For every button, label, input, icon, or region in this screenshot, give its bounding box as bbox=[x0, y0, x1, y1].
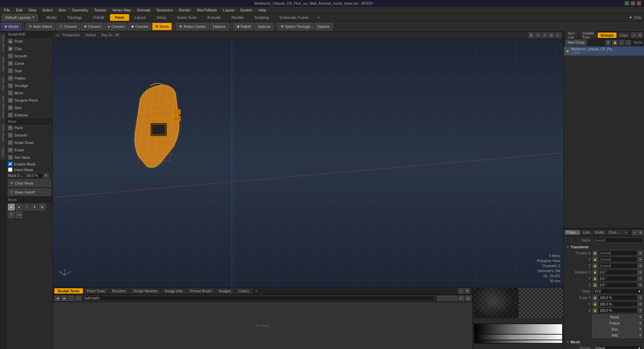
thumb-gradient[interactable] bbox=[474, 323, 563, 344]
scale-y-lock[interactable]: 🔒 bbox=[593, 302, 597, 306]
tool-smudge[interactable]: ≈ Smudge bbox=[6, 82, 53, 89]
tool-spin[interactable]: ↻ Spin bbox=[6, 104, 53, 111]
bottom-tab-image-inks[interactable]: Image Inks bbox=[161, 288, 186, 294]
menu-item[interactable]: Item bbox=[56, 7, 68, 13]
close-btn[interactable]: ✕ bbox=[637, 1, 641, 6]
menu-view[interactable]: View bbox=[26, 7, 39, 13]
tab-scripting[interactable]: Scripting bbox=[249, 14, 274, 21]
tool-mask-smooth[interactable]: ~ Smooth bbox=[6, 132, 53, 139]
rot-x-lock[interactable]: 🔒 bbox=[593, 270, 597, 275]
menu-file[interactable]: File bbox=[1, 7, 13, 13]
bottom-tab-colors[interactable]: Colors bbox=[235, 288, 253, 294]
invert-mask-checkbox[interactable] bbox=[8, 167, 12, 172]
tree-item-0[interactable]: ▣ Medtronic_Lifepak_CR_Plu... 1 Item bbox=[564, 46, 644, 56]
scale-x-lock[interactable]: 🔒 bbox=[593, 295, 597, 300]
enable-mask-checkbox[interactable] bbox=[8, 162, 12, 166]
rp-icon-vis[interactable]: 👁 bbox=[605, 40, 611, 45]
rp-icon-misc[interactable]: □ bbox=[626, 40, 631, 45]
tool-mask-paint[interactable]: ✎ Paint bbox=[6, 124, 53, 132]
reset-btn[interactable]: Reset bbox=[592, 314, 637, 320]
tab-animate[interactable]: Animate bbox=[202, 14, 226, 21]
tool-set-value[interactable]: = Set Value bbox=[6, 154, 53, 161]
new-group-btn[interactable]: New Group bbox=[565, 40, 587, 46]
props-tab-chan[interactable]: Chan ... bbox=[606, 230, 622, 235]
brush-soft-circle-icon[interactable]: ○ bbox=[23, 204, 30, 210]
vert-tab-hair-tools[interactable]: Hair Tools bbox=[0, 74, 6, 93]
transform-section-header[interactable]: Transform bbox=[565, 244, 643, 250]
props-tab-lists[interactable]: Lists bbox=[581, 230, 592, 235]
menu-render[interactable]: Render bbox=[176, 7, 194, 13]
options-btn-1[interactable]: Options bbox=[210, 23, 229, 30]
thumb-1[interactable] bbox=[474, 288, 518, 318]
tool-push[interactable]: ▲ Push bbox=[6, 38, 53, 45]
add-btn[interactable]: Add bbox=[592, 333, 637, 338]
mask-opacity-arrow[interactable]: ▼ bbox=[44, 173, 49, 178]
bottom-tab-add[interactable]: + bbox=[253, 288, 260, 294]
menu-geometry[interactable]: Geometry bbox=[69, 7, 91, 13]
convert-btn-4[interactable]: ◆ Convert bbox=[128, 23, 151, 30]
pos-x-lock[interactable]: 🔒 bbox=[593, 251, 597, 255]
menu-edit[interactable]: Edit bbox=[13, 7, 25, 13]
maximize-btn[interactable]: □ bbox=[631, 1, 635, 6]
bottom-tab-preset-brush[interactable]: Preset Brush bbox=[187, 288, 215, 294]
enable-mask-row[interactable]: Enable Mask bbox=[6, 161, 53, 167]
bottom-tab-sculpt-meshes[interactable]: Sculpt Meshes bbox=[130, 288, 161, 294]
tool-smooth[interactable]: ~ Smooth bbox=[6, 52, 53, 60]
vp-icon-light[interactable]: ☀ bbox=[542, 33, 547, 38]
rpanel-tab-groups[interactable]: Groups bbox=[598, 33, 616, 38]
props-tab-properties[interactable]: Prope... bbox=[565, 230, 580, 235]
viewport-perspective-btn[interactable]: Perspective bbox=[61, 33, 81, 37]
tool-erase[interactable]: ✕ Erase bbox=[6, 146, 53, 154]
pos-z-value[interactable]: (mixed) bbox=[598, 263, 637, 268]
tab-schematic-fusion[interactable]: Schematic Fusion bbox=[274, 14, 314, 21]
props-settings-icon[interactable]: ⚙ bbox=[638, 230, 643, 235]
zero-arrow[interactable]: ▼ bbox=[638, 327, 643, 332]
menu-maxtomodo[interactable]: MaxToModo bbox=[194, 7, 220, 13]
props-tab-sculpt[interactable]: Sculpt bbox=[593, 230, 606, 235]
zero-btn[interactable]: Zero bbox=[592, 327, 637, 332]
items-btn[interactable]: ⊞ Items bbox=[152, 23, 172, 30]
render-dropdown[interactable]: Default ▼ bbox=[593, 345, 643, 349]
bottom-settings-icon[interactable]: ⚙ bbox=[465, 288, 470, 294]
clear-mask-btn[interactable]: ✕ Clear Mask bbox=[8, 180, 51, 187]
reset-arrow[interactable]: ▼ bbox=[638, 314, 643, 320]
path-add-btn[interactable]: + bbox=[75, 296, 82, 301]
sort-btn[interactable]: ⚙ bbox=[465, 296, 471, 301]
name-value[interactable]: (mixed) bbox=[593, 238, 643, 243]
tab-game-tools[interactable]: Game Tools bbox=[172, 14, 202, 21]
scale-x-arrow[interactable]: ▼ bbox=[638, 295, 643, 300]
tab-uvedit[interactable]: UVEdit bbox=[88, 14, 109, 21]
scale-y-value[interactable]: 100.0 % bbox=[598, 301, 637, 307]
tab-paint[interactable]: Paint bbox=[110, 14, 129, 21]
bake-falloff-btn[interactable]: ⬡ Bake Falloff bbox=[8, 189, 51, 196]
scale-y-arrow[interactable]: ▼ bbox=[638, 302, 643, 306]
convert-btn-3[interactable]: ● Convert bbox=[105, 23, 127, 30]
order-dropdown[interactable]: XYZ ▼ bbox=[593, 289, 643, 294]
default-layouts-dropdown[interactable]: Default Layouts ▼ bbox=[2, 14, 38, 21]
tool-move[interactable]: ↔ Move bbox=[6, 89, 53, 97]
path-back-btn[interactable]: ◀ bbox=[54, 296, 60, 301]
tab-model[interactable]: Model bbox=[41, 14, 61, 21]
menu-help[interactable]: Help bbox=[256, 7, 269, 13]
rpanel-tab-shader-tree[interactable]: Shader Tree bbox=[580, 31, 597, 40]
thumb-2[interactable] bbox=[519, 288, 563, 318]
rot-y-value[interactable]: 0.0 ° bbox=[598, 276, 637, 281]
bottom-tab-brushes[interactable]: Brushes bbox=[109, 288, 129, 294]
menu-vertex-map[interactable]: Vertex Map bbox=[110, 7, 134, 13]
rp-settings-icon[interactable]: ⚙ bbox=[637, 33, 643, 38]
menu-system[interactable]: System bbox=[237, 7, 255, 13]
rp-expand-icon[interactable]: ⤢ bbox=[631, 33, 637, 38]
scale-x-value[interactable]: 100.0 % bbox=[598, 295, 637, 300]
tool-emboss[interactable]: ⬡ Emboss bbox=[6, 111, 53, 119]
freeze-btn[interactable]: Freeze bbox=[592, 320, 637, 326]
pos-y-lock[interactable]: 🔒 bbox=[593, 257, 597, 262]
convert-btn-1[interactable]: ⬡ Convert bbox=[56, 23, 80, 30]
menu-dynamics[interactable]: Dynamics bbox=[154, 7, 175, 13]
scale-z-value[interactable]: 100.0 % bbox=[598, 308, 637, 313]
add-arrow[interactable]: ▼ bbox=[638, 333, 643, 338]
rot-z-value[interactable]: 0.0 ° bbox=[598, 282, 637, 288]
path-up-btn[interactable]: ↑ bbox=[68, 296, 74, 301]
brush-circle-icon[interactable]: ● bbox=[16, 204, 22, 210]
vert-tab-particle-tools[interactable]: Particle Tools bbox=[0, 122, 6, 144]
tab-add[interactable]: + bbox=[314, 14, 322, 21]
